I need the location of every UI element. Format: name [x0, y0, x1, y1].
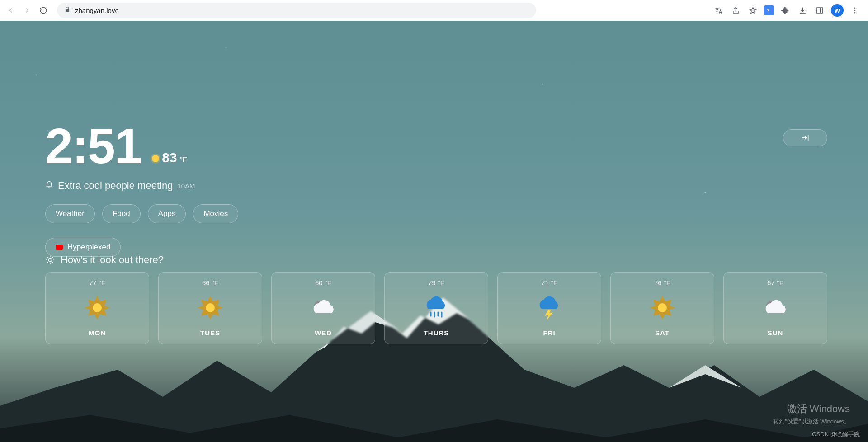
reminder-row: Extra cool people meeting 10AM [45, 180, 316, 192]
forecast-day: WED [315, 329, 332, 337]
browser-actions: W [712, 4, 863, 17]
forecast-temp: 79 °F [428, 279, 444, 287]
forecast-section-title: How's it look out there? [45, 254, 164, 266]
browser-toolbar: zhangyan.love W [0, 0, 868, 21]
url-text: zhangyan.love [75, 7, 119, 14]
category-pills: Weather Food Apps Movies Hyperplexed [45, 204, 316, 257]
forecast-temp: 71 °F [541, 279, 557, 287]
reminder-time: 10AM [177, 182, 195, 190]
pill-weather[interactable]: Weather [45, 204, 95, 223]
translate-icon[interactable] [712, 5, 724, 16]
weather-sunny-icon [83, 293, 112, 322]
signout-button[interactable] [783, 129, 827, 146]
windows-activation-watermark: 激活 Windows 转到"设置"以激活 Windows。 [773, 402, 850, 426]
forecast-grid: 77 °FMON66 °FTUES60 °FWED79 °FTHURS71 °F… [45, 272, 827, 344]
side-panel-icon[interactable] [814, 5, 826, 16]
bell-icon [45, 180, 53, 192]
forecast-card-fri[interactable]: 71 °FFRI [497, 272, 601, 344]
forecast-day: MON [89, 329, 106, 337]
forecast-card-tues[interactable]: 66 °FTUES [158, 272, 262, 344]
weather-cloudy-icon [309, 293, 338, 322]
svg-rect-0 [816, 8, 823, 13]
forecast-temp: 66 °F [202, 279, 218, 287]
address-bar[interactable]: zhangyan.love [57, 3, 536, 18]
forecast-day: FRI [543, 329, 555, 337]
clock-display: 2:51 [45, 121, 141, 171]
forecast-day: TUES [200, 329, 220, 337]
sun-icon [152, 155, 159, 162]
bookmark-star-icon[interactable] [747, 5, 759, 16]
page-viewport: 2:51 83 °F Extra cool people meeting 10A… [0, 21, 868, 442]
weather-storm-icon [535, 293, 564, 322]
weather-sunny-icon [196, 293, 225, 322]
kebab-menu-icon[interactable] [849, 5, 861, 16]
reminder-text: Extra cool people meeting [58, 180, 173, 192]
sun-outline-icon [45, 255, 55, 265]
svg-point-1 [854, 7, 856, 9]
weather-sunny-icon [648, 293, 677, 322]
dashboard-main: 2:51 83 °F Extra cool people meeting 10A… [45, 121, 316, 257]
lock-icon [64, 6, 71, 14]
pill-apps[interactable]: Apps [148, 204, 186, 223]
current-temperature: 83 °F [152, 150, 187, 165]
svg-point-2 [854, 10, 856, 11]
forecast-card-thurs[interactable]: 79 °FTHURS [384, 272, 488, 344]
profile-avatar[interactable]: W [831, 4, 844, 17]
signout-icon [801, 133, 810, 142]
downloads-icon[interactable] [797, 5, 808, 16]
pill-movies[interactable]: Movies [193, 204, 238, 223]
svg-point-4 [48, 258, 52, 261]
forecast-day: SUN [768, 329, 783, 337]
forecast-temp: 77 °F [89, 279, 105, 287]
forecast-card-sat[interactable]: 76 °FSAT [610, 272, 714, 344]
share-icon[interactable] [730, 5, 741, 16]
forecast-temp: 76 °F [654, 279, 670, 287]
forecast-day: THURS [424, 329, 449, 337]
extensions-icon[interactable] [779, 5, 791, 16]
forecast-card-sun[interactable]: 67 °FSUN [723, 272, 827, 344]
forecast-temp: 60 °F [315, 279, 331, 287]
google-translate-extension-icon[interactable] [764, 5, 774, 15]
forecast-temp: 67 °F [767, 279, 783, 287]
forecast-day: SAT [655, 329, 670, 337]
csdn-watermark: CSDN @唤醒手腕 [812, 430, 860, 438]
back-button[interactable] [5, 4, 17, 17]
weather-cloudy-icon [761, 293, 790, 322]
reload-button[interactable] [37, 4, 50, 17]
forecast-card-wed[interactable]: 60 °FWED [271, 272, 375, 344]
weather-rain-icon [422, 293, 451, 322]
forecast-card-mon[interactable]: 77 °FMON [45, 272, 149, 344]
forward-button[interactable] [21, 4, 33, 17]
svg-point-3 [854, 12, 856, 14]
pill-food[interactable]: Food [102, 204, 141, 223]
